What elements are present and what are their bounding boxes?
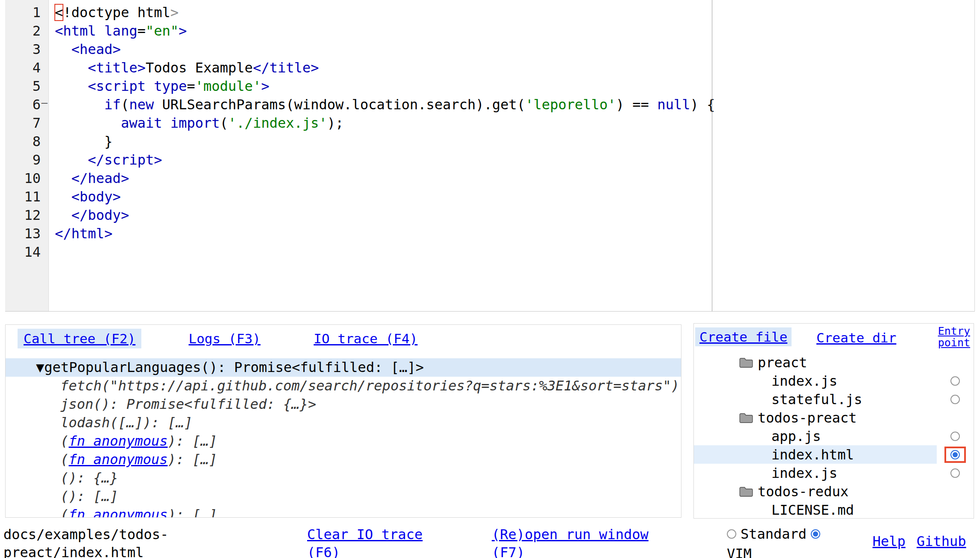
code-line: <script type='module'> [55,77,974,96]
standard-keybinding-radio[interactable] [727,529,736,539]
create-file-button[interactable]: Create file [695,327,792,346]
code-line: <html lang="en"> [55,22,974,40]
file-name: index.html [771,447,854,463]
tree-file-stateful.js[interactable]: stateful.js [694,390,974,408]
call-tree-row[interactable]: ▼getPopularLanguages(): Promise<fulfille… [6,358,681,377]
line-number: 6‒ [5,96,48,114]
line-number: 11 [5,188,48,206]
entry-point-cell [937,390,974,408]
entry-point-radio[interactable] [950,450,960,459]
tree-item-label[interactable]: todos-redux [694,482,937,501]
tab-call-tree-f2[interactable]: Call tree (F2) [18,329,141,348]
call-tree-row[interactable]: fetch("https://api.github.com/search/rep… [6,377,681,395]
line-number: 13 [5,225,48,243]
file-name: stateful.js [771,391,862,408]
code-line: </head> [55,169,974,188]
entry-point-header: Entry point [929,325,970,348]
tree-file-index.js[interactable]: index.js [694,372,974,390]
tree-dir-todos-preact[interactable]: todos-preact [694,408,974,427]
reopen-run-window-button[interactable]: (Re)open run window (F7) [492,525,657,558]
entry-point-cell [937,408,974,427]
tree-item-label[interactable]: index.js [694,372,937,390]
line-number-gutter: 123456‒7891011121314 [5,0,49,311]
code-line: <body> [55,188,974,206]
tree-item-label[interactable]: app.js [694,427,937,445]
code-area[interactable]: <!doctype html><html lang="en"> <head> <… [49,0,974,311]
print-margin-ruler [712,0,712,311]
file-tree: preactindex.jsstateful.jstodos-preactapp… [694,353,974,519]
entry-point-radio[interactable] [950,376,960,386]
standard-keybinding-label: Standard [741,526,807,542]
entry-point-cell [937,501,974,519]
call-tree-row[interactable]: json(): Promise<fulfilled: {…}> [6,395,681,414]
line-number: 3 [5,40,48,59]
call-tree-row[interactable]: (): {…} [6,469,681,487]
help-link[interactable]: Help [872,533,905,549]
code-line: <title>Todos Example</title> [55,59,974,77]
fn-anonymous-link[interactable]: fn anonymous [69,451,167,468]
leporello-app: 123456‒7891011121314 <!doctype html><htm… [0,0,980,558]
entry-point-highlight-box [944,447,966,463]
call-tree-row[interactable]: (): […] [6,487,681,506]
tab-logs-f3[interactable]: Logs (F3) [182,329,266,348]
file-name: todos-preact [758,410,857,426]
entry-point-radio[interactable] [950,468,960,478]
vim-keybinding-label: VIM [727,546,752,558]
fn-anonymous-link[interactable]: fn anonymous [69,507,167,518]
call-tree-panel: Call tree (F2)Logs (F3)IO trace (F4) ▼ge… [5,324,681,518]
tree-dir-todos-redux[interactable]: todos-redux [694,482,974,501]
file-tree-panel: Create file Create dir Entry point preac… [693,323,974,519]
line-number: 9 [5,151,48,169]
line-number: 12 [5,206,48,225]
tree-item-label[interactable]: preact [694,353,937,372]
call-tree-row[interactable]: (fn anonymous): […] [6,432,681,450]
code-line: if(new URLSearchParams(window.location.s… [55,96,974,114]
folder-icon [739,486,753,497]
tree-item-label[interactable]: index.js [694,464,937,482]
code-line: } [55,132,974,151]
current-file-path: docs/examples/todos-preact/index.html [3,525,173,558]
clear-io-trace-button[interactable]: Clear IO trace (F6) [307,525,439,558]
folder-icon [739,412,753,423]
tree-file-index.html[interactable]: index.html [694,445,974,464]
tree-file-app.js[interactable]: app.js [694,427,974,445]
code-line: <head> [55,40,974,59]
tree-file-index.js[interactable]: index.js [694,464,974,482]
tab-io-trace-f4[interactable]: IO trace (F4) [308,329,424,348]
file-name: preact [758,354,807,371]
line-number: 2 [5,22,48,40]
call-tree-row[interactable]: lodash([…]): […] [6,414,681,432]
entry-point-radio[interactable] [950,432,960,441]
panel-tabs: Call tree (F2)Logs (F3)IO trace (F4) [6,325,681,348]
tree-item-label[interactable]: stateful.js [694,390,937,408]
tree-dir-preact[interactable]: preact [694,353,974,372]
line-number: 14 [5,243,48,261]
line-number: 5 [5,77,48,96]
code-line: </html> [55,225,974,243]
call-tree-row[interactable]: (fn anonymous): […] [6,450,681,469]
fold-marker-icon[interactable]: ‒ [42,94,48,112]
github-link[interactable]: Github [917,533,966,549]
tree-item-label[interactable]: index.html [694,445,937,464]
tree-item-label[interactable]: LICENSE.md [694,501,937,519]
fn-anonymous-link[interactable]: fn anonymous [69,433,167,449]
file-name: LICENSE.md [771,502,854,518]
call-tree-row[interactable]: (fn anonymous): […] [6,506,681,518]
entry-point-cell [937,353,974,372]
entry-point-cell [937,445,974,464]
call-tree-rows: ▼getPopularLanguages(): Promise<fulfille… [6,358,681,518]
tree-file-license.md[interactable]: LICENSE.md [694,501,974,519]
line-number: 10 [5,169,48,188]
code-line [55,243,974,261]
entry-point-radio[interactable] [950,395,960,404]
code-editor[interactable]: 123456‒7891011121314 <!doctype html><htm… [5,0,975,312]
create-dir-button[interactable]: Create dir [816,330,896,346]
code-line: </script> [55,151,974,169]
tree-item-label[interactable]: todos-preact [694,408,937,427]
code-line: <!doctype html> [55,3,974,22]
code-line: await import('./index.js'); [55,114,974,132]
entry-point-cell [937,427,974,445]
vim-keybinding-radio[interactable] [811,529,820,539]
status-bar: docs/examples/todos-preact/index.html Cl… [0,519,980,558]
line-number: 8 [5,132,48,151]
